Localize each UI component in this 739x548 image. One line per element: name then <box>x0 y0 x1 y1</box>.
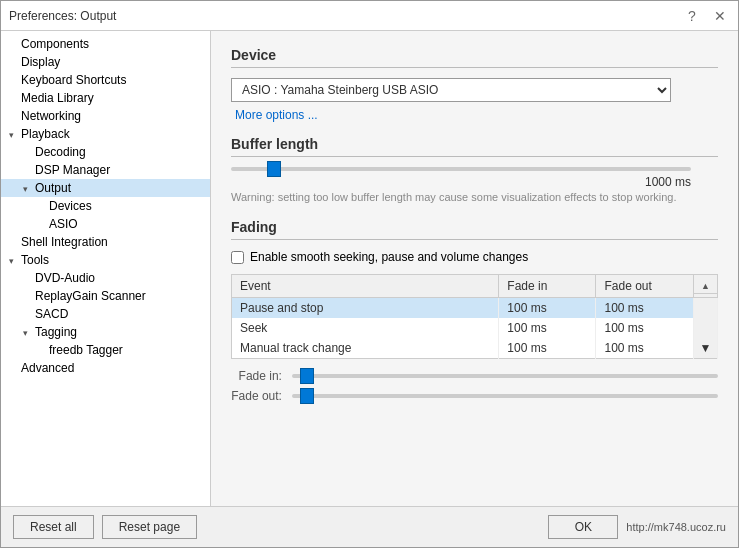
sidebar-item-decoding[interactable]: Decoding <box>1 143 210 161</box>
cell-fade-out: 100 ms <box>596 318 693 338</box>
sidebar-label-advanced: Advanced <box>21 361 74 375</box>
footer-left: Reset all Reset page <box>13 515 197 539</box>
reset-all-button[interactable]: Reset all <box>13 515 94 539</box>
footer: Reset all Reset page OK http://mk748.uco… <box>1 506 738 547</box>
cell-fade-out: 100 ms <box>596 338 693 359</box>
sidebar-label-tools: Tools <box>21 253 49 267</box>
col-fade-out: Fade out <box>596 275 693 298</box>
sidebar-label-devices: Devices <box>49 199 92 213</box>
table-row[interactable]: Pause and stop 100 ms 100 ms <box>232 298 718 319</box>
sidebar-label-replaygain-scanner: ReplayGain Scanner <box>35 289 146 303</box>
fade-in-row: Fade in: <box>231 369 718 383</box>
buffer-value: 1000 ms <box>231 175 695 189</box>
fade-in-label: Fade in: <box>231 369 282 383</box>
buffer-slider-container <box>231 167 718 171</box>
sidebar-item-networking[interactable]: Networking <box>1 107 210 125</box>
close-button[interactable]: ✕ <box>710 6 730 26</box>
col-event: Event <box>232 275 499 298</box>
sidebar-label-decoding: Decoding <box>35 145 86 159</box>
scroll-cell <box>693 298 717 319</box>
sidebar-label-networking: Networking <box>21 109 81 123</box>
scroll-col-header: ▲ <box>693 275 717 298</box>
sidebar-label-output: Output <box>35 181 71 195</box>
fade-in-slider[interactable] <box>292 374 718 378</box>
sidebar-item-playback[interactable]: ▾ Playback <box>1 125 210 143</box>
sidebar-label-tagging: Tagging <box>35 325 77 339</box>
title-bar: Preferences: Output ? ✕ <box>1 1 738 31</box>
sidebar-item-tools[interactable]: ▾ Tools <box>1 251 210 269</box>
cell-fade-in: 100 ms <box>499 338 596 359</box>
sidebar-item-shell-integration[interactable]: Shell Integration <box>1 233 210 251</box>
device-row: ASIO : Yamaha Steinberg USB ASIO <box>231 78 718 102</box>
table-row[interactable]: Manual track change 100 ms 100 ms ▼ <box>232 338 718 359</box>
sidebar-label-asio: ASIO <box>49 217 78 231</box>
buffer-section-title: Buffer length <box>231 136 718 157</box>
preferences-window: Preferences: Output ? ✕ Components Displ… <box>0 0 739 548</box>
sidebar-item-tagging[interactable]: ▾ Tagging <box>1 323 210 341</box>
title-bar-buttons: ? ✕ <box>682 6 730 26</box>
scroll-up-arrow[interactable]: ▲ <box>694 278 717 294</box>
sidebar-item-output[interactable]: ▾ Output <box>1 179 210 197</box>
fading-table-body: Pause and stop 100 ms 100 ms Seek 100 ms… <box>232 298 718 359</box>
sidebar-label-shell-integration: Shell Integration <box>21 235 108 249</box>
fading-table: Event Fade in Fade out ▲ Pause and stop … <box>231 274 718 359</box>
cell-fade-out: 100 ms <box>596 298 693 319</box>
tree-arrow-playback: ▾ <box>9 130 21 140</box>
sidebar-item-media-library[interactable]: Media Library <box>1 89 210 107</box>
content-panel: Device ASIO : Yamaha Steinberg USB ASIO … <box>211 31 738 506</box>
cell-fade-in: 100 ms <box>499 318 596 338</box>
sidebar-item-freedb-tagger[interactable]: freedb Tagger <box>1 341 210 359</box>
sidebar-label-dsp-manager: DSP Manager <box>35 163 110 177</box>
fading-section: Fading Enable smooth seeking, pause and … <box>231 219 718 403</box>
sidebar-item-keyboard-shortcuts[interactable]: Keyboard Shortcuts <box>1 71 210 89</box>
cell-fade-in: 100 ms <box>499 298 596 319</box>
cell-event: Seek <box>232 318 499 338</box>
fade-out-row: Fade out: <box>231 389 718 403</box>
sidebar-label-dvd-audio: DVD-Audio <box>35 271 95 285</box>
sidebar-item-dvd-audio[interactable]: DVD-Audio <box>1 269 210 287</box>
sidebar-item-replaygain-scanner[interactable]: ReplayGain Scanner <box>1 287 210 305</box>
table-header-row: Event Fade in Fade out ▲ <box>232 275 718 298</box>
sidebar-label-components: Components <box>21 37 89 51</box>
reset-page-button[interactable]: Reset page <box>102 515 197 539</box>
table-row[interactable]: Seek 100 ms 100 ms <box>232 318 718 338</box>
tree-arrow-output: ▾ <box>23 184 35 194</box>
sidebar-item-dsp-manager[interactable]: DSP Manager <box>1 161 210 179</box>
fading-checkbox-row: Enable smooth seeking, pause and volume … <box>231 250 718 264</box>
buffer-slider[interactable] <box>231 167 691 171</box>
sidebar-label-freedb-tagger: freedb Tagger <box>49 343 123 357</box>
tree-arrow-tools: ▾ <box>9 256 21 266</box>
sidebar-item-advanced[interactable]: Advanced <box>1 359 210 377</box>
sidebar: Components Display Keyboard Shortcuts Me… <box>1 31 211 506</box>
fading-checkbox-label[interactable]: Enable smooth seeking, pause and volume … <box>250 250 528 264</box>
sidebar-label-playback: Playback <box>21 127 70 141</box>
sidebar-item-display[interactable]: Display <box>1 53 210 71</box>
sidebar-label-sacd: SACD <box>35 307 68 321</box>
fade-out-label: Fade out: <box>231 389 282 403</box>
sidebar-label-keyboard-shortcuts: Keyboard Shortcuts <box>21 73 126 87</box>
buffer-warning: Warning: setting too low buffer length m… <box>231 191 718 203</box>
fading-checkbox[interactable] <box>231 251 244 264</box>
footer-right: OK http://mk748.ucoz.ru <box>548 515 726 539</box>
cell-event: Manual track change <box>232 338 499 359</box>
device-section-title: Device <box>231 47 718 68</box>
ok-button[interactable]: OK <box>548 515 618 539</box>
more-options-link[interactable]: More options ... <box>235 108 718 122</box>
col-fade-in: Fade in <box>499 275 596 298</box>
device-select[interactable]: ASIO : Yamaha Steinberg USB ASIO <box>231 78 671 102</box>
fade-out-slider[interactable] <box>292 394 718 398</box>
cell-event: Pause and stop <box>232 298 499 319</box>
buffer-section: Buffer length 1000 ms Warning: setting t… <box>231 136 718 203</box>
sidebar-item-components[interactable]: Components <box>1 35 210 53</box>
sidebar-label-display: Display <box>21 55 60 69</box>
window-title: Preferences: Output <box>9 9 116 23</box>
sidebar-item-devices[interactable]: Devices <box>1 197 210 215</box>
help-button[interactable]: ? <box>682 6 702 26</box>
tree-arrow-tagging: ▾ <box>23 328 35 338</box>
main-content: Components Display Keyboard Shortcuts Me… <box>1 31 738 506</box>
sidebar-item-sacd[interactable]: SACD <box>1 305 210 323</box>
fade-controls: Fade in: Fade out: <box>231 369 718 403</box>
sidebar-label-media-library: Media Library <box>21 91 94 105</box>
sidebar-item-asio[interactable]: ASIO <box>1 215 210 233</box>
scroll-down-arrow[interactable]: ▼ <box>693 338 717 359</box>
